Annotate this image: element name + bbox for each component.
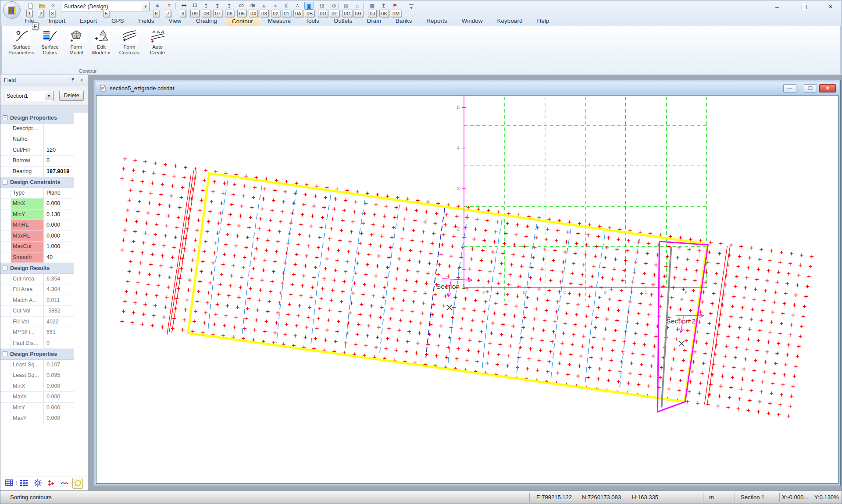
point-numbers-icon[interactable]: 13 — [190, 2, 199, 10]
globe-icon[interactable]: ⊕ — [329, 2, 339, 10]
plot-canvas[interactable]: 12345ABCDEFSection 1Section 2 — [96, 96, 838, 483]
grid-view-icon[interactable] — [4, 478, 14, 489]
property-value[interactable]: 40 — [44, 252, 74, 263]
tab-measure[interactable]: Measure — [262, 16, 297, 26]
property-value[interactable]: 0.000 — [44, 403, 74, 413]
pin-icon[interactable] — [69, 77, 76, 84]
tab-drain[interactable]: Drain — [361, 16, 387, 26]
property-value[interactable]: 0.095 — [44, 370, 74, 381]
property-value[interactable]: 0.000 — [44, 413, 74, 424]
section-2-label[interactable]: Section 2 — [666, 317, 696, 325]
property-value[interactable]: 0.000 — [44, 381, 74, 392]
app-menu-button[interactable] — [3, 1, 21, 19]
auto-create-button[interactable]: AutoCreate — [145, 28, 170, 56]
delete-button[interactable]: Delete — [59, 91, 84, 101]
zoom-extents-icon[interactable]: ⊞ — [318, 2, 327, 10]
parentheses-icon[interactable]: (( — [282, 2, 291, 10]
open-folder-icon[interactable] — [37, 2, 46, 10]
chevron-down-icon[interactable]: ▼ — [45, 92, 53, 100]
collapse-icon[interactable]: − — [3, 115, 7, 120]
import-arrow-icon-3[interactable]: ↥ — [225, 2, 234, 10]
property-value[interactable]: 4.304 — [44, 284, 74, 295]
minimize-button[interactable]: – — [771, 2, 784, 12]
design-text-icon[interactable]: de — [248, 2, 257, 10]
surface-colors-button[interactable]: SurfaceColors — [37, 28, 63, 56]
edit-star-icon[interactable]: ∗ — [153, 2, 162, 10]
import-arrow-icon[interactable]: ↥ — [201, 2, 210, 10]
plus-points-icon[interactable] — [46, 478, 56, 489]
close-file-icon[interactable]: × — [49, 2, 58, 10]
columns-icon[interactable]: ▥ — [367, 2, 377, 10]
doc-close-button[interactable]: ✕ — [819, 84, 836, 92]
new-document-icon[interactable] — [26, 2, 35, 10]
tab-window[interactable]: Window — [456, 16, 489, 26]
maximize-button[interactable] — [797, 2, 810, 12]
tab-gps[interactable]: GPS — [106, 16, 130, 26]
add-points-icon[interactable]: ++ — [179, 2, 189, 10]
tab-view[interactable]: View — [163, 16, 187, 26]
property-value[interactable] — [44, 134, 74, 145]
form-model-button[interactable]: FormModel — [66, 28, 87, 56]
tab-reports[interactable]: Reports — [421, 16, 453, 26]
tab-keyboard[interactable]: Keyboard — [492, 16, 528, 26]
tab-outlets[interactable]: Outlets — [328, 16, 358, 26]
doc-maximize-button[interactable]: ❏ — [804, 84, 817, 92]
property-value[interactable]: Plane — [44, 188, 74, 199]
upload-icon[interactable]: ↥ — [379, 2, 388, 10]
drawing-canvas[interactable]: 12345ABCDEFSection 1Section 2 — [96, 95, 838, 484]
collapse-icon[interactable]: − — [3, 180, 7, 185]
property-value[interactable]: 0 — [44, 156, 74, 166]
color-list-icon[interactable]: ≡ — [164, 2, 174, 10]
property-value[interactable]: -5882 — [44, 306, 74, 316]
property-value[interactable]: 0.000 — [44, 199, 74, 209]
tab-fields[interactable]: Fields — [133, 16, 160, 26]
doc-minimize-button[interactable]: — — [783, 84, 796, 92]
property-value[interactable] — [44, 124, 74, 134]
property-value[interactable]: 1.000 — [44, 241, 74, 252]
close-button[interactable]: × — [824, 2, 837, 12]
chevron-down-icon[interactable]: ▼ — [142, 2, 149, 11]
qat-overflow-icon[interactable]: —▾ — [409, 3, 414, 10]
edit-model-button[interactable]: EditModel ▼ — [89, 28, 114, 56]
tab-tools[interactable]: Tools — [300, 16, 325, 26]
property-value[interactable]: 0.000 — [44, 220, 74, 231]
property-value[interactable]: 0.000 — [44, 231, 74, 241]
hatch-icon[interactable]: ▨ — [342, 2, 351, 10]
import-arrow-icon-2[interactable]: ↥ — [213, 2, 222, 10]
property-value[interactable]: 4022 — [44, 317, 74, 327]
boundary-polygon-icon[interactable] — [72, 478, 83, 489]
home-icon[interactable]: ⌂ — [353, 2, 362, 10]
flag-icon[interactable]: ⚑ — [390, 2, 400, 10]
tab-contour[interactable]: Contour — [226, 16, 259, 26]
tab-banks[interactable]: Banks — [390, 16, 418, 26]
document-title-bar[interactable]: section5_ezigrade.cdsdat — ❏ ✕ — [96, 82, 839, 95]
surface-parameters-button[interactable]: SurfaceParameters — [7, 28, 36, 56]
property-value[interactable]: 120 — [44, 145, 74, 156]
property-value[interactable]: 0 — [44, 338, 74, 349]
property-value[interactable]: 0.011 — [44, 295, 74, 306]
profile-curve-icon[interactable] — [60, 478, 70, 489]
close-icon[interactable]: × — [78, 77, 85, 84]
property-value[interactable]: 6.354 — [44, 274, 74, 284]
radiate-point-icon[interactable] — [32, 478, 43, 489]
property-value[interactable]: 0.130 — [44, 209, 74, 220]
property-value[interactable]: 0.107 — [44, 360, 74, 370]
tab-help[interactable]: Help — [531, 16, 555, 26]
contour-wave-icon[interactable]: ≈ — [271, 2, 280, 10]
plan-view-icon[interactable]: ▣ — [304, 2, 314, 10]
tab-import[interactable]: Import — [43, 16, 71, 26]
section-1-label[interactable]: Section 1 — [436, 283, 466, 291]
tab-grading[interactable]: Grading — [190, 16, 223, 26]
property-value[interactable]: 0.000 — [44, 392, 74, 402]
code-text-icon[interactable]: co — [237, 2, 246, 10]
scatter-dots-icon[interactable]: ∴ — [293, 2, 302, 10]
property-value[interactable]: 187.9019 — [44, 167, 74, 177]
form-contours-button[interactable]: FormContours — [116, 28, 143, 56]
property-value[interactable]: 551 — [44, 327, 74, 338]
column-list-icon[interactable] — [18, 478, 29, 489]
tab-export[interactable]: Export — [74, 16, 103, 26]
collapse-icon[interactable]: − — [3, 266, 7, 270]
section-combo[interactable]: Section1 ▼ — [4, 91, 54, 101]
collapse-icon[interactable]: − — [3, 351, 7, 356]
triangle-icon[interactable]: ▲ — [259, 2, 268, 10]
